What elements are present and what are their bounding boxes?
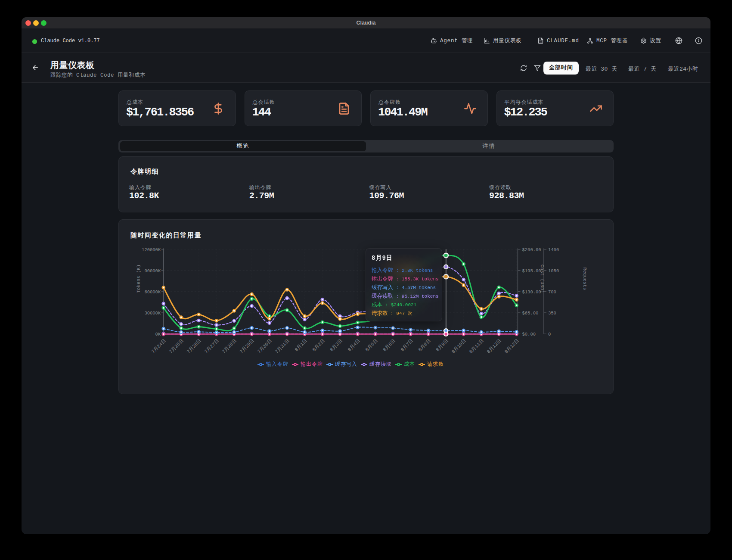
svg-text:7月24日: 7月24日	[151, 338, 167, 355]
svg-text:7月25日: 7月25日	[168, 338, 185, 355]
svg-text:7月27日: 7月27日	[204, 338, 220, 355]
svg-text:8月12日: 8月12日	[486, 338, 502, 355]
svg-text:7月29日: 7月29日	[239, 338, 255, 355]
svg-text:7月28日: 7月28日	[221, 338, 238, 355]
svg-text:30000K: 30000K	[144, 311, 161, 316]
svg-text:8月1日: 8月1日	[294, 338, 308, 352]
svg-text:8月4日: 8月4日	[347, 338, 361, 352]
svg-text:1050: 1050	[548, 268, 559, 274]
svg-text:8月11日: 8月11日	[468, 338, 485, 355]
svg-text:$195.00: $195.00	[522, 268, 541, 274]
svg-text:90000K: 90000K	[144, 268, 161, 274]
svg-text:120000K: 120000K	[142, 247, 161, 252]
svg-text:$130.00: $130.00	[522, 289, 541, 295]
svg-text:1400: 1400	[548, 247, 559, 252]
svg-text:$65.00: $65.00	[522, 311, 539, 316]
svg-text:7月30日: 7月30日	[257, 338, 273, 355]
svg-text:Tokens (K): Tokens (K)	[136, 264, 141, 293]
svg-text:8月7日: 8月7日	[400, 338, 414, 352]
svg-text:$0.00: $0.00	[522, 332, 536, 337]
svg-text:8月8日: 8月8日	[417, 338, 431, 352]
svg-text:7月31日: 7月31日	[274, 338, 291, 355]
svg-text:Cost (USD): Cost (USD)	[540, 264, 545, 293]
svg-text:0: 0	[548, 332, 551, 337]
svg-text:7月26日: 7月26日	[186, 338, 202, 355]
svg-text:8月13日: 8月13日	[504, 338, 520, 355]
svg-text:350: 350	[548, 311, 556, 316]
svg-text:0K: 0K	[155, 332, 161, 337]
svg-text:Requests: Requests	[582, 268, 587, 290]
svg-text:700: 700	[548, 289, 556, 295]
svg-text:8月6日: 8月6日	[382, 338, 396, 352]
svg-text:60000K: 60000K	[144, 289, 161, 295]
svg-text:8月5日: 8月5日	[364, 338, 378, 352]
svg-text:$260.00: $260.00	[522, 247, 541, 252]
svg-text:8月9日: 8月9日	[435, 338, 449, 352]
svg-text:8月10日: 8月10日	[451, 338, 467, 355]
svg-text:8月3日: 8月3日	[329, 338, 343, 352]
svg-text:8月2日: 8月2日	[311, 338, 326, 352]
